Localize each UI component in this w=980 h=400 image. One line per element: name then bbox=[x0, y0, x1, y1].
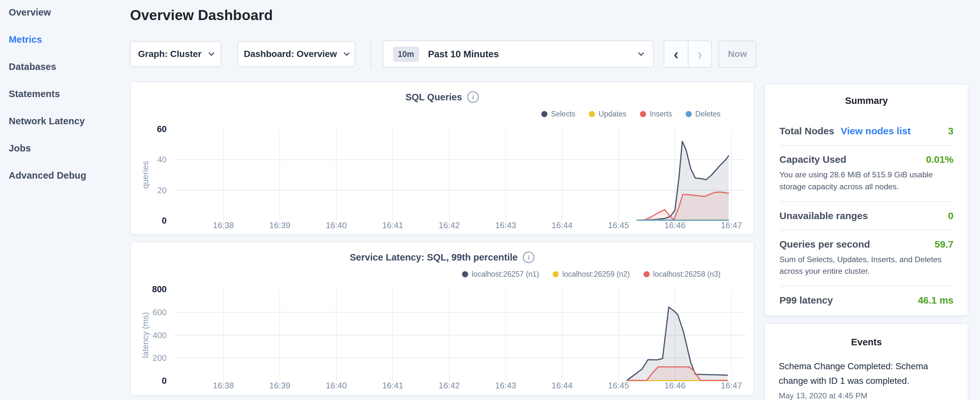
svg-text:16:46: 16:46 bbox=[665, 220, 686, 230]
controls-row: Graph: Cluster Dashboard: Overview 10m P… bbox=[130, 40, 756, 68]
svg-text:16:41: 16:41 bbox=[382, 220, 403, 230]
info-icon[interactable]: i bbox=[467, 91, 479, 103]
events-title: Events bbox=[779, 337, 954, 347]
svg-text:16:47: 16:47 bbox=[721, 220, 742, 230]
dashboard-selector-dropdown[interactable]: Dashboard: Overview bbox=[237, 41, 355, 67]
now-button[interactable]: Now bbox=[719, 40, 756, 68]
summary-value: 46.1 ms bbox=[918, 295, 953, 306]
svg-text:16:44: 16:44 bbox=[552, 220, 573, 230]
summary-subtext: Sum of Selects, Updates, Inserts, and De… bbox=[780, 254, 953, 278]
svg-text:0: 0 bbox=[162, 216, 167, 226]
summary-panel: Summary Total Nodes View nodes list 3 Ca… bbox=[765, 84, 968, 316]
event-timestamp: May 13, 2020 at 4:45 PM bbox=[779, 391, 954, 400]
controls-divider bbox=[371, 41, 371, 67]
info-icon[interactable]: i bbox=[523, 252, 535, 263]
time-step-button-group: ‹ › bbox=[663, 40, 712, 68]
sidebar-item[interactable]: Overview bbox=[9, 7, 129, 18]
svg-text:600: 600 bbox=[153, 308, 167, 317]
summary-label: Queries per second bbox=[780, 239, 870, 250]
svg-text:queries: queries bbox=[140, 161, 150, 189]
summary-subtext: You are using 28.6 MiB of 515.9 GiB usab… bbox=[780, 169, 953, 193]
svg-text:16:45: 16:45 bbox=[608, 220, 629, 230]
sidebar-item[interactable]: Advanced Debug bbox=[9, 170, 129, 181]
sidebar-item[interactable]: Jobs bbox=[9, 143, 129, 154]
summary-row: P99 latency 46.1 ms bbox=[780, 286, 953, 314]
sql-queries-plot[interactable]: 16:3816:3916:4016:4116:4216:4316:4416:45… bbox=[131, 125, 754, 234]
summary-row: Unavailable ranges 0 bbox=[780, 201, 953, 230]
summary-label: Unavailable ranges bbox=[780, 210, 868, 222]
legend-swatch-icon bbox=[589, 111, 595, 117]
svg-text:16:44: 16:44 bbox=[552, 381, 573, 390]
time-range-dropdown[interactable]: 10m Past 10 Minutes bbox=[383, 40, 654, 68]
legend-item[interactable]: localhost:26258 (n3) bbox=[644, 270, 721, 279]
legend-swatch-icon bbox=[541, 111, 547, 117]
svg-text:16:40: 16:40 bbox=[326, 381, 347, 390]
chevron-right-icon: › bbox=[697, 46, 702, 62]
chevron-down-icon bbox=[638, 50, 644, 56]
summary-value: 3 bbox=[948, 126, 953, 137]
svg-text:0: 0 bbox=[162, 376, 167, 386]
dashboard-selector-label: Dashboard: Overview bbox=[243, 49, 337, 59]
legend-swatch-icon bbox=[553, 271, 559, 277]
svg-text:16:42: 16:42 bbox=[439, 381, 460, 390]
chevron-left-icon: ‹ bbox=[674, 46, 678, 62]
chevron-down-icon bbox=[344, 50, 350, 56]
summary-row: Capacity Used 0.01% You are using 28.6 M… bbox=[780, 145, 953, 201]
svg-text:40: 40 bbox=[157, 155, 167, 164]
svg-text:16:43: 16:43 bbox=[495, 220, 516, 230]
svg-text:16:41: 16:41 bbox=[382, 381, 403, 390]
chart-legend: Selects Updates Inserts Deletes bbox=[131, 107, 754, 120]
chevron-down-icon bbox=[208, 50, 214, 56]
page-title: Overview Dashboard bbox=[130, 7, 756, 23]
right-rail: Summary Total Nodes View nodes list 3 Ca… bbox=[765, 84, 968, 400]
service-latency-plot[interactable]: 16:3816:3916:4016:4116:4216:4316:4416:45… bbox=[131, 285, 754, 394]
time-next-button[interactable]: › bbox=[688, 41, 711, 67]
legend-item[interactable]: Updates bbox=[589, 110, 626, 118]
summary-label: P99 latency bbox=[780, 295, 833, 306]
svg-text:16:40: 16:40 bbox=[326, 220, 347, 230]
svg-text:800: 800 bbox=[152, 285, 167, 294]
legend-swatch-icon bbox=[644, 271, 650, 277]
summary-row: Total Nodes View nodes list 3 bbox=[780, 117, 953, 145]
svg-text:16:38: 16:38 bbox=[213, 220, 234, 230]
legend-item[interactable]: Deletes bbox=[686, 110, 721, 118]
svg-text:latency (ms): latency (ms) bbox=[140, 312, 150, 358]
sidebar-nav: Overview Metrics Databases Statements Ne… bbox=[0, 0, 129, 198]
legend-item[interactable]: Selects bbox=[541, 110, 575, 118]
event-item[interactable]: Schema Change Completed: Schema change w… bbox=[779, 359, 954, 400]
chart-title: Service Latency: SQL, 99th percentile bbox=[350, 252, 518, 263]
svg-text:16:43: 16:43 bbox=[495, 381, 516, 390]
summary-value: 0 bbox=[948, 210, 953, 222]
sidebar-item[interactable]: Metrics bbox=[9, 34, 129, 45]
svg-text:400: 400 bbox=[153, 330, 167, 340]
sidebar-item[interactable]: Statements bbox=[9, 89, 129, 99]
svg-text:16:39: 16:39 bbox=[269, 220, 290, 230]
legend-swatch-icon bbox=[462, 271, 468, 277]
view-nodes-link[interactable]: View nodes list bbox=[840, 126, 910, 137]
svg-text:16:47: 16:47 bbox=[721, 381, 742, 390]
legend-swatch-icon bbox=[686, 111, 692, 117]
summary-title: Summary bbox=[780, 96, 953, 106]
sidebar-item[interactable]: Databases bbox=[9, 62, 129, 72]
summary-value: 59.7 bbox=[935, 239, 953, 250]
legend-item[interactable]: localhost:26257 (n1) bbox=[462, 270, 539, 279]
charts-column: SQL Queries i Selects Updates bbox=[130, 81, 754, 395]
summary-row: Queries per second 59.7 Sum of Selects, … bbox=[780, 230, 953, 286]
time-range-badge: 10m bbox=[393, 46, 419, 62]
svg-text:20: 20 bbox=[157, 185, 167, 195]
graph-selector-dropdown[interactable]: Graph: Cluster bbox=[130, 41, 221, 67]
sidebar-item[interactable]: Network Latency bbox=[9, 116, 129, 126]
time-range-label: Past 10 Minutes bbox=[428, 49, 499, 59]
svg-text:16:39: 16:39 bbox=[269, 381, 290, 390]
svg-text:60: 60 bbox=[157, 125, 167, 134]
legend-item[interactable]: Inserts bbox=[640, 110, 672, 118]
summary-label: Capacity Used bbox=[780, 154, 846, 165]
chart-legend: localhost:26257 (n1) localhost:26259 (n2… bbox=[131, 268, 754, 280]
summary-label: Total Nodes bbox=[780, 126, 834, 137]
chart-title: SQL Queries bbox=[406, 92, 462, 103]
svg-text:16:46: 16:46 bbox=[665, 381, 686, 390]
time-prev-button[interactable]: ‹ bbox=[664, 41, 687, 67]
legend-item[interactable]: localhost:26259 (n2) bbox=[553, 270, 630, 279]
service-latency-chart-card: Service Latency: SQL, 99th percentile i … bbox=[130, 242, 754, 395]
legend-swatch-icon bbox=[640, 111, 646, 117]
